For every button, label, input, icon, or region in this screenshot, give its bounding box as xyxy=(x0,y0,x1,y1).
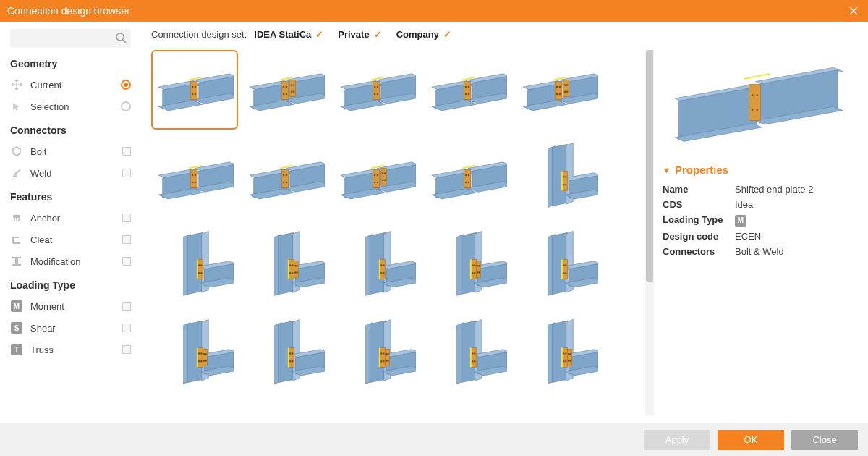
radio-selection[interactable] xyxy=(121,101,131,111)
gallery-thumb[interactable] xyxy=(151,227,238,306)
gallery-thumb[interactable] xyxy=(425,50,511,130)
geometry-current[interactable]: Current xyxy=(10,74,131,96)
cleat-icon xyxy=(10,233,23,246)
gallery-thumb[interactable] xyxy=(242,50,329,130)
loadingtype-truss[interactable]: T Truss xyxy=(10,339,131,360)
svg-point-139 xyxy=(565,184,567,186)
close-icon[interactable] xyxy=(846,4,861,18)
geometry-selection[interactable]: Selection xyxy=(10,96,131,117)
checkbox-modification[interactable] xyxy=(122,257,131,266)
gallery-thumb[interactable] xyxy=(333,50,420,130)
radio-current[interactable] xyxy=(121,80,131,90)
svg-rect-107 xyxy=(373,169,380,187)
checkbox-bolt[interactable] xyxy=(122,147,131,156)
modification-icon xyxy=(10,255,23,268)
properties-header[interactable]: ▼ Properties xyxy=(663,164,855,176)
connectors-weld[interactable]: Weld xyxy=(10,162,131,184)
svg-point-27 xyxy=(286,86,288,88)
loadingtype-shear[interactable]: S Shear xyxy=(10,317,131,339)
svg-rect-42 xyxy=(373,81,380,99)
gallery-thumb[interactable] xyxy=(516,138,603,218)
features-modification[interactable]: Modification xyxy=(10,250,131,272)
svg-point-70 xyxy=(559,93,561,96)
features-cleat[interactable]: Cleat xyxy=(10,229,131,250)
set-private[interactable]: Private xyxy=(338,29,369,40)
svg-rect-188 xyxy=(471,259,477,279)
svg-rect-217 xyxy=(197,347,203,367)
svg-point-68 xyxy=(559,86,561,88)
svg-rect-30 xyxy=(290,80,296,97)
features-anchor[interactable]: Anchor xyxy=(10,207,131,229)
ok-button[interactable]: OK xyxy=(718,430,784,450)
checkbox-cleat[interactable] xyxy=(122,235,131,244)
loadingtype-moment[interactable]: M Moment xyxy=(10,295,131,317)
svg-point-237 xyxy=(289,360,292,363)
set-ideastatica[interactable]: IDEA StatiCa xyxy=(254,29,311,40)
svg-point-208 xyxy=(563,272,565,274)
gallery-thumb[interactable] xyxy=(425,138,511,218)
svg-point-206 xyxy=(563,264,565,266)
gallery-thumb[interactable] xyxy=(516,50,603,130)
svg-point-266 xyxy=(472,360,474,363)
svg-point-110 xyxy=(374,182,376,184)
gallery-thumb[interactable] xyxy=(151,50,238,130)
gallery-thumb[interactable] xyxy=(516,227,603,306)
svg-point-167 xyxy=(294,271,297,274)
close-button[interactable]: Close xyxy=(791,430,858,450)
svg-rect-280 xyxy=(568,349,572,366)
gallery-thumb[interactable] xyxy=(242,315,329,394)
scroll-thumb[interactable] xyxy=(646,50,653,282)
svg-rect-147 xyxy=(197,259,203,279)
gallery-thumb[interactable] xyxy=(151,315,238,394)
svg-point-252 xyxy=(386,353,388,355)
svg-point-190 xyxy=(474,264,476,266)
svg-point-265 xyxy=(474,352,476,355)
svg-point-294 xyxy=(752,94,753,96)
svg-point-192 xyxy=(474,272,476,274)
svg-point-235 xyxy=(289,352,292,355)
apply-button[interactable]: Apply xyxy=(644,430,710,450)
svg-point-283 xyxy=(568,360,570,362)
svg-rect-95 xyxy=(281,169,289,187)
scrollbar[interactable] xyxy=(645,50,654,415)
svg-point-45 xyxy=(374,93,376,96)
checkbox-moment[interactable] xyxy=(122,302,131,311)
svg-point-179 xyxy=(380,272,383,274)
gallery-thumb[interactable] xyxy=(333,227,420,306)
svg-point-26 xyxy=(283,86,285,88)
search-icon[interactable] xyxy=(115,32,127,43)
gallery-thumb[interactable] xyxy=(516,315,603,394)
connectors-bolt[interactable]: Bolt xyxy=(10,140,131,162)
gallery-thumb[interactable] xyxy=(242,227,329,306)
svg-point-126 xyxy=(468,174,470,177)
svg-point-267 xyxy=(474,360,476,363)
checkbox-weld[interactable] xyxy=(122,169,131,177)
gallery-thumb[interactable] xyxy=(242,138,329,218)
gallery-thumb[interactable] xyxy=(425,315,511,394)
svg-point-57 xyxy=(465,93,467,96)
search-input[interactable] xyxy=(10,29,131,48)
svg-point-284 xyxy=(569,360,571,362)
gallery-thumb[interactable] xyxy=(333,315,420,394)
svg-rect-13 xyxy=(190,81,197,99)
center-panel: Connection design set: IDEA StatiCa ✓ Pr… xyxy=(141,22,658,423)
gallery-wrap xyxy=(151,50,654,415)
svg-point-189 xyxy=(472,264,474,266)
gallery-thumb[interactable] xyxy=(425,227,511,306)
collapse-triangle-icon: ▼ xyxy=(663,166,671,174)
svg-point-247 xyxy=(380,352,383,355)
svg-point-178 xyxy=(383,264,385,266)
svg-point-254 xyxy=(386,360,388,362)
svg-point-84 xyxy=(192,174,194,177)
svg-rect-164 xyxy=(294,261,299,277)
svg-point-113 xyxy=(382,172,384,174)
svg-point-296 xyxy=(752,109,753,110)
checkbox-truss[interactable] xyxy=(122,345,131,354)
svg-point-221 xyxy=(200,360,203,363)
gallery-thumb[interactable] xyxy=(333,138,420,218)
checkbox-shear[interactable] xyxy=(122,324,131,332)
checkbox-anchor[interactable] xyxy=(122,214,131,222)
set-company[interactable]: Company xyxy=(396,29,439,40)
svg-point-31 xyxy=(291,84,293,86)
gallery-thumb[interactable] xyxy=(151,138,238,218)
